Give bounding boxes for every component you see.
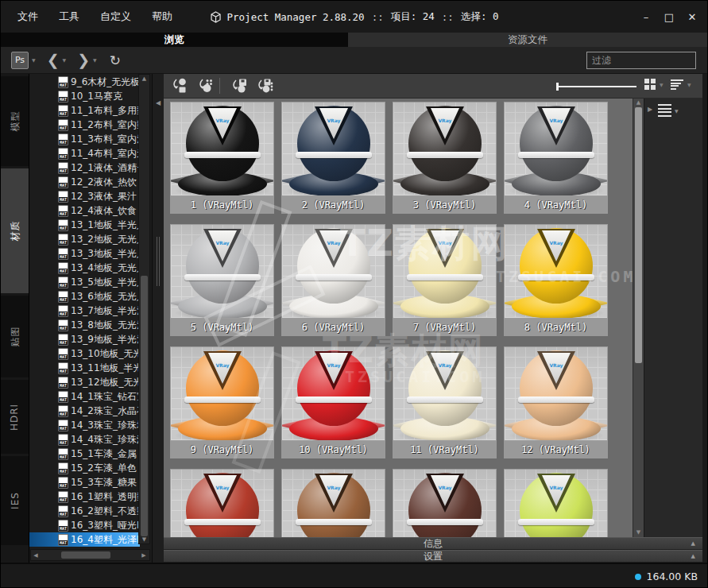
tree-item[interactable]: MAT 12_1液体_酒精+饮 [29, 161, 140, 175]
tree-item[interactable]: MAT 9_6木材_无光板材 [29, 75, 140, 89]
save-all-materials-button[interactable] [255, 76, 276, 95]
category-tab-材质[interactable]: 材质 [1, 168, 29, 293]
tree-item[interactable]: MAT 13_10地板_无光混 [29, 346, 140, 361]
forward-button[interactable]: ❯ [77, 52, 90, 68]
material-card[interactable]: VRay 13 (VRayMtl) [170, 469, 274, 537]
tree-item[interactable]: MAT 16_2塑料_不透型 [29, 504, 140, 518]
menu-item[interactable]: 文件 [7, 1, 48, 33]
tree-item[interactable]: MAT 13_9地板_半光混拼 [29, 332, 140, 346]
collapse-icon[interactable]: ▲ [691, 552, 695, 560]
ps-host-button[interactable]: Ps [11, 52, 29, 69]
tree-item[interactable]: MAT 13_12地板_无光混 [29, 375, 140, 389]
tree-item[interactable]: MAT 10_1马赛克 [29, 89, 140, 103]
info-panel-header[interactable]: 信息 ▲ [164, 537, 702, 550]
tree-horizontal-scrollbar[interactable]: ◀ ▶ [30, 549, 150, 561]
minimize-button[interactable]: – [640, 11, 652, 23]
material-card[interactable]: VRay 12 (VRayMtl) [504, 346, 608, 458]
category-tab-hdri[interactable]: HDRI [1, 380, 29, 454]
collapse-left-icon[interactable]: ◀ [156, 99, 161, 106]
tree-item[interactable]: MAT 11_2布料_室内型 [29, 118, 140, 132]
tree-item[interactable]: MAT 13_5地板_半光人字 [29, 275, 140, 289]
filter-input[interactable] [586, 52, 696, 69]
material-file-icon: MAT [58, 448, 68, 460]
chevron-down-icon[interactable]: ▼ [675, 108, 679, 114]
chevron-down-icon[interactable]: ▼ [63, 57, 67, 63]
tree-item[interactable]: MAT 13_2地板_无光人字 [29, 232, 140, 246]
tree-item[interactable]: MAT 14_2珠宝_水晶石 [29, 404, 140, 418]
tree-item[interactable]: MAT 11_1布料_多用型 [29, 103, 140, 118]
splitter-grip[interactable] [157, 237, 160, 286]
tree-item[interactable]: MAT 12_3液体_果汁 [29, 189, 140, 203]
scroll-down-icon[interactable]: ▼ [633, 528, 644, 537]
material-card[interactable]: VRay 2 (VRayMtl) [281, 102, 385, 214]
material-card[interactable]: VRay 15 (VRayMtl) [393, 469, 497, 537]
settings-panel-header[interactable]: 设置 ▲ [164, 550, 702, 563]
tree-item[interactable]: MAT 12_4液体_饮食 [29, 203, 140, 218]
close-button[interactable]: ✕ [687, 11, 698, 23]
save-material-button[interactable] [229, 76, 250, 95]
thumbnail-size-slider[interactable] [557, 86, 636, 87]
grid-scrollbar-thumb[interactable] [635, 107, 642, 363]
grid-view-button[interactable]: ▼ [644, 79, 664, 91]
material-card[interactable]: VRay 8 (VRayMtl) [504, 224, 608, 336]
tree-item[interactable]: MAT 14_1珠宝_钻石宝石 [29, 389, 140, 404]
slider-thumb[interactable] [556, 83, 559, 91]
tree-item[interactable]: MAT 13_11地板_半光混 [29, 361, 140, 375]
scroll-right-icon[interactable]: ▶ [139, 551, 149, 559]
menu-item[interactable]: 自定义 [90, 1, 141, 33]
grid-vertical-scrollbar[interactable]: ▲ ▼ [633, 99, 644, 537]
apply-material-button[interactable] [195, 76, 216, 95]
menu-icon[interactable] [658, 104, 671, 117]
material-card[interactable]: VRay 11 (VRayMtl) [393, 346, 497, 458]
tree-item[interactable]: MAT 15_3车漆_糖果 [29, 475, 140, 489]
tree-item[interactable]: MAT 16_3塑料_哑光PV [29, 518, 140, 532]
scroll-down-icon[interactable]: ▼ [139, 536, 149, 544]
collapse-right-icon[interactable]: ▶ [648, 106, 652, 113]
category-tab-模型[interactable]: 模型 [1, 76, 29, 166]
maximize-button[interactable]: □ [664, 11, 675, 23]
material-card[interactable]: VRay 1 (VRayMtl) [170, 102, 274, 214]
refresh-button[interactable]: ↻ [110, 52, 121, 68]
tree-item[interactable]: MAT 11_4布料_室内天鹅 [29, 146, 140, 161]
category-tab-贴图[interactable]: 贴图 [1, 296, 29, 377]
scroll-up-icon[interactable]: ▲ [633, 99, 644, 107]
material-card[interactable]: VRay 7 (VRayMtl) [393, 224, 497, 336]
tree-item[interactable]: MAT 13_1地板_半光人字 [29, 218, 140, 232]
tree-item[interactable]: MAT 13_6地板_无光人字 [29, 289, 140, 304]
material-card[interactable]: VRay 14 (VRayMtl) [281, 469, 385, 537]
material-card[interactable]: VRay 4 (VRayMtl) [504, 102, 608, 214]
tab-resource-files[interactable]: 资源文件 [348, 33, 707, 47]
tree-item[interactable]: MAT 15_2车漆_单色 [29, 461, 140, 475]
category-tab-ies[interactable]: IES [1, 456, 29, 545]
tree-hscrollbar-thumb[interactable] [61, 551, 110, 559]
back-button[interactable]: ❮ [47, 52, 60, 68]
tree-item[interactable]: MAT 13_8地板_无光混拼 [29, 318, 140, 332]
tree-item[interactable]: MAT 13_4地板_无光人字 [29, 261, 140, 275]
chevron-down-icon[interactable]: ▼ [660, 82, 664, 87]
chevron-down-icon[interactable]: ▼ [32, 57, 36, 63]
sort-button[interactable]: ▼ [671, 79, 691, 91]
tree-item[interactable]: MAT 11_3布料_室内混纺 [29, 132, 140, 146]
collapse-icon[interactable]: ▲ [691, 540, 695, 547]
scroll-left-icon[interactable]: ◀ [31, 551, 41, 559]
menu-item[interactable]: 帮助 [141, 1, 183, 33]
menu-item[interactable]: 工具 [48, 1, 90, 33]
tree-vertical-scrollbar[interactable]: ▲ ▼ [138, 74, 150, 544]
tree-item[interactable]: MAT 14_3珠宝_珍珠塔 [29, 418, 140, 432]
tree-item[interactable]: MAT 15_1车漆_金属 [29, 447, 140, 461]
material-card[interactable]: VRay 16 (VRayMtl) [504, 469, 608, 537]
tree-item[interactable]: MAT 14_4珠宝_珍珠沙 [29, 432, 140, 447]
chevron-down-icon[interactable]: ▼ [93, 57, 97, 63]
pane-splitter[interactable]: ◀ [152, 74, 164, 563]
tree-scrollbar-thumb[interactable] [141, 276, 148, 536]
material-card[interactable]: VRay 3 (VRayMtl) [393, 102, 497, 214]
get-material-from-scene-button[interactable] [169, 76, 190, 95]
tab-browse[interactable]: 浏览 [1, 33, 348, 47]
tree-item[interactable]: MAT 13_7地板_半光混拼 [29, 304, 140, 318]
tree-item[interactable]: MAT 13_3地板_半光人字 [29, 246, 140, 261]
scroll-up-icon[interactable]: ▲ [139, 75, 149, 83]
chevron-down-icon[interactable]: ▼ [687, 82, 691, 87]
tree-item[interactable]: MAT 16_1塑料_透明型 [29, 489, 140, 504]
tree-item[interactable]: MAT 12_2液体_热饮 [29, 175, 140, 189]
tree-item[interactable]: MAT 16_4塑料_光泽PV [29, 532, 140, 547]
